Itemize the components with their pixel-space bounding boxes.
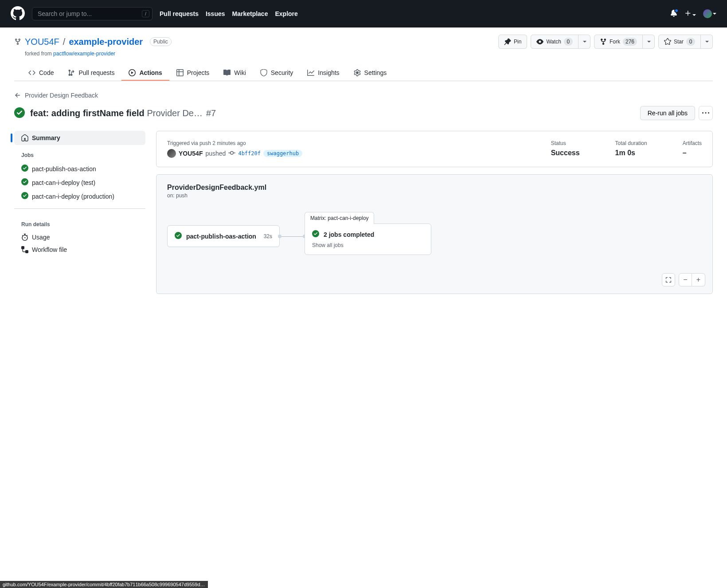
table-icon (176, 69, 184, 76)
breadcrumb-label: Provider Design Feedback (25, 92, 98, 99)
zoom-out-button[interactable]: − (679, 273, 692, 286)
matrix-label: Matrix: pact-can-i-deploy (305, 212, 374, 224)
workflow-file-name: ProviderDesignFeedback.yml (167, 184, 702, 192)
watch-button[interactable]: Watch 0 (531, 35, 578, 49)
show-all-jobs-link[interactable]: Show all jobs (312, 242, 424, 248)
repo-name-link[interactable]: example-provider (69, 37, 143, 47)
tab-wiki[interactable]: Wiki (216, 66, 253, 81)
sidebar-job-label: pact-can-i-deploy (production) (32, 193, 114, 200)
status-label: Status (551, 140, 580, 146)
fullscreen-icon (665, 277, 672, 283)
tab-actions[interactable]: Actions (121, 66, 169, 81)
matrix-summary: 2 jobs completed (324, 231, 374, 238)
book-icon (223, 69, 231, 76)
trigger-line: Triggered via push 2 minutes ago (167, 140, 516, 146)
avatar-icon (703, 9, 712, 18)
notifications-icon[interactable] (670, 10, 677, 18)
sidebar-job-0[interactable]: pact-publish-oas-action (14, 162, 145, 176)
fork-dropdown[interactable] (643, 35, 655, 49)
notification-unread-dot (674, 8, 679, 13)
search-placeholder: Search or jump to... (38, 10, 92, 17)
user-menu[interactable] (703, 9, 716, 18)
star-count: 0 (686, 38, 695, 46)
run-menu-button[interactable] (699, 106, 713, 120)
search-hotkey-badge: / (142, 10, 149, 17)
pushed-word: pushed (205, 150, 226, 157)
status-success-icon (14, 107, 25, 119)
check-circle-icon (21, 178, 28, 187)
tab-code[interactable]: Code (21, 66, 61, 81)
git-pull-request-icon (68, 69, 75, 76)
star-dropdown[interactable] (701, 35, 713, 49)
branch-badge[interactable]: swaggerhub (263, 150, 302, 157)
repo-owner-link[interactable]: YOU54F (25, 37, 59, 47)
sidebar-workflow-file[interactable]: Workflow file (14, 243, 145, 256)
pusher-avatar[interactable] (167, 149, 176, 158)
search-input[interactable]: Search or jump to... / (32, 7, 152, 20)
pin-icon (504, 38, 511, 45)
watch-count: 0 (564, 38, 573, 46)
run-title: feat: adding firstName field (30, 108, 145, 118)
pusher-name[interactable]: YOU54F (179, 150, 203, 157)
graph-matrix-group[interactable]: Matrix: pact-can-i-deploy 2 jobs complet… (305, 212, 431, 255)
fullscreen-button[interactable] (662, 273, 675, 286)
sidebar: Summary Jobs pact-publish-oas-action pac… (14, 131, 145, 294)
zoom-in-button[interactable]: + (692, 273, 705, 286)
sidebar-run-details-heading: Run details (14, 214, 145, 231)
tab-settings[interactable]: Settings (347, 66, 394, 81)
forked-from: forked from pactflow/example-provider (25, 51, 713, 57)
nav-marketplace[interactable]: Marketplace (232, 10, 268, 17)
summary-card: Triggered via push 2 minutes ago YOU54F … (156, 131, 713, 167)
pin-button[interactable]: Pin (498, 35, 527, 49)
fork-label: Fork (610, 37, 620, 46)
nav-explore[interactable]: Explore (275, 10, 297, 17)
gear-icon (354, 69, 361, 76)
tab-projects[interactable]: Projects (169, 66, 217, 81)
github-logo-icon[interactable] (11, 6, 25, 22)
sidebar-job-1[interactable]: pact-can-i-deploy (test) (14, 176, 145, 189)
star-label: Star (674, 37, 684, 46)
forked-from-link[interactable]: pactflow/example-provider (53, 51, 115, 57)
graph-icon (307, 69, 314, 76)
sidebar-summary-label: Summary (32, 134, 60, 141)
graph-job-1[interactable]: pact-publish-oas-action 32s (167, 225, 280, 247)
shield-icon (260, 69, 267, 76)
create-new-dropdown[interactable] (684, 10, 696, 18)
commit-icon (228, 149, 235, 158)
repo-forked-icon (14, 38, 21, 45)
graph-connector (280, 236, 305, 237)
check-circle-icon (21, 192, 28, 200)
fork-button[interactable]: Fork 276 (594, 35, 643, 49)
watch-label: Watch (546, 37, 561, 46)
global-nav-links: Pull requests Issues Marketplace Explore (160, 10, 298, 17)
watch-dropdown[interactable] (578, 35, 590, 49)
workflow-icon (21, 246, 28, 253)
tab-insights[interactable]: Insights (300, 66, 346, 81)
breadcrumb-back[interactable]: Provider Design Feedback (7, 92, 720, 99)
graph-job-1-name: pact-publish-oas-action (186, 233, 256, 240)
arrow-left-icon (14, 92, 21, 99)
sidebar-job-label: pact-publish-oas-action (32, 165, 96, 172)
artifacts-value: – (683, 149, 702, 157)
fork-icon (600, 38, 607, 45)
commit-sha-link[interactable]: 4bff20f (238, 150, 261, 157)
sidebar-job-label: pact-can-i-deploy (test) (32, 179, 95, 186)
nav-pull-requests[interactable]: Pull requests (160, 10, 199, 17)
check-circle-icon (21, 165, 28, 173)
run-number: #7 (206, 108, 216, 118)
tab-pull-requests[interactable]: Pull requests (61, 66, 121, 81)
sidebar-usage[interactable]: Usage (14, 231, 145, 243)
tab-security[interactable]: Security (253, 66, 301, 81)
nav-issues[interactable]: Issues (206, 10, 225, 17)
check-circle-icon (312, 230, 319, 239)
rerun-all-button[interactable]: Re-run all jobs (640, 106, 695, 120)
sidebar-job-2[interactable]: pact-can-i-deploy (production) (14, 189, 145, 203)
fork-count: 276 (623, 38, 637, 46)
sidebar-summary[interactable]: Summary (14, 131, 145, 145)
artifacts-label: Artifacts (683, 140, 702, 146)
global-header: Search or jump to... / Pull requests Iss… (0, 0, 727, 27)
sidebar-jobs-heading: Jobs (14, 145, 145, 162)
visibility-badge: Public (150, 37, 172, 46)
duration-value: 1m 0s (615, 149, 647, 157)
star-button[interactable]: Star 0 (658, 35, 701, 49)
